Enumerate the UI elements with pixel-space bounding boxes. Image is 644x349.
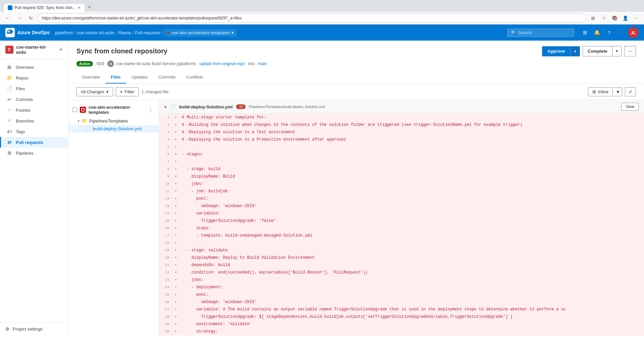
view-file-button[interactable]: View bbox=[621, 103, 639, 111]
target-branch[interactable]: main bbox=[258, 61, 267, 66]
line-code: condition: and(succeeded(), eq(variables… bbox=[179, 269, 644, 276]
diff-line: 31- runOnce: bbox=[159, 335, 644, 336]
approve-button[interactable]: Approve bbox=[542, 46, 571, 56]
files-icon: 📄 bbox=[6, 86, 12, 91]
tree-more-button[interactable]: ⋮ bbox=[147, 107, 155, 113]
complete-dropdown-button[interactable]: ▾ bbox=[612, 46, 622, 56]
search-box[interactable]: 🔍 bbox=[507, 29, 574, 37]
tab-commits[interactable]: Commits bbox=[153, 71, 181, 84]
tab-updates[interactable]: Updates bbox=[126, 71, 153, 84]
tree-file-build-deploy[interactable]: 📄 build-deploy-Solution.yml bbox=[68, 125, 159, 133]
files-toolbar-right: ⊞ Inline ▾ ⤢ bbox=[588, 87, 636, 96]
line-number: 27 bbox=[159, 306, 172, 313]
pipelines-icon: ⚙ bbox=[6, 150, 12, 156]
line-code: # Multi-stage starter template for: bbox=[179, 114, 644, 121]
breadcrumb-repos[interactable]: Repos bbox=[118, 30, 131, 35]
line-number: 28 bbox=[159, 313, 172, 320]
tree-select-all-checkbox[interactable] bbox=[72, 107, 77, 112]
favorites-button[interactable]: ☆ bbox=[599, 13, 608, 23]
line-sign: - bbox=[172, 276, 179, 284]
view-icon-btn[interactable]: ⊞ bbox=[580, 27, 590, 38]
line-code: - stage: validate bbox=[179, 247, 644, 254]
breadcrumb-org[interactable]: coe-starter-kit-azdo bbox=[77, 30, 115, 35]
repo-icon bbox=[80, 107, 86, 113]
sidebar-item-overview[interactable]: ⊞ Overview bbox=[0, 62, 68, 72]
diff-line: 10- jobs: bbox=[159, 180, 644, 188]
repo-dropdown[interactable]: ◆ coe-alm-accelerator-templates ▾ bbox=[164, 29, 236, 37]
inline-view-button[interactable]: ⊞ Inline bbox=[588, 87, 613, 96]
new-tab-button[interactable]: + bbox=[85, 2, 94, 12]
sidebar-item-files[interactable]: 📄 Files bbox=[0, 83, 68, 94]
line-sign: - bbox=[172, 247, 179, 254]
changed-file-count: 1 changed file bbox=[142, 89, 169, 94]
all-changes-dropdown[interactable]: All Changes ▾ bbox=[76, 87, 113, 96]
diff-panel: ▾ 📄 build-deploy-Solution.yml -92 /Pipel… bbox=[159, 100, 644, 336]
line-sign: - bbox=[172, 261, 179, 269]
filter-button[interactable]: ≡ Filter bbox=[116, 87, 139, 96]
search-input[interactable] bbox=[518, 30, 565, 35]
file-diff-area: coe-alm-accelerator-templates ⋮ ▾ 📁 Pipe… bbox=[68, 100, 644, 336]
avatar[interactable]: JL bbox=[628, 27, 639, 38]
line-code: - job: buildjob bbox=[179, 188, 644, 195]
settings-button[interactable]: ⋯ bbox=[631, 13, 641, 23]
extensions-button[interactable]: ⊞ bbox=[588, 13, 598, 23]
diff-line: 20- displayName: Deploy to Build Validat… bbox=[159, 254, 644, 261]
notifications-btn[interactable]: 🔔 bbox=[592, 27, 602, 38]
tab-overview[interactable]: Overview bbox=[76, 71, 105, 84]
forward-button[interactable]: → bbox=[15, 13, 24, 23]
expand-button[interactable]: ⤢ bbox=[625, 87, 636, 96]
sidebar-item-pipelines[interactable]: ⚙ Pipelines bbox=[0, 148, 68, 158]
diff-line: 15- TriggerSolutionUpgrade: 'false' bbox=[159, 217, 644, 225]
diff-file-name: build-deploy-Solution.yml bbox=[179, 104, 233, 109]
org-name: coe-starter-kit-azdo bbox=[16, 45, 56, 55]
profile-button[interactable]: 👤 bbox=[621, 13, 630, 23]
line-sign: - bbox=[172, 165, 179, 173]
more-actions-button[interactable]: ⋯ bbox=[624, 46, 636, 56]
line-code bbox=[179, 143, 644, 144]
diff-line: 1-# Multi-stage starter template for: bbox=[159, 114, 644, 121]
breadcrumb-pplatform[interactable]: pplatform bbox=[55, 30, 73, 35]
approve-dropdown-button[interactable]: ▾ bbox=[571, 46, 580, 56]
help-btn[interactable]: ? bbox=[604, 27, 614, 38]
sidebar-item-pushes[interactable]: ↑ Pushes bbox=[0, 105, 68, 115]
sidebar-item-commits[interactable]: ↩ Commits bbox=[0, 94, 68, 105]
back-button[interactable]: ← bbox=[3, 13, 13, 23]
reload-button[interactable]: ↻ bbox=[26, 13, 36, 23]
address-bar[interactable] bbox=[38, 13, 586, 23]
line-number: 2 bbox=[159, 121, 172, 129]
tab-favicon bbox=[8, 5, 12, 10]
tab-conflicts[interactable]: Conflicts bbox=[181, 71, 209, 84]
line-sign: - bbox=[172, 173, 179, 180]
folder-name: Pipelines/Templates bbox=[89, 118, 128, 123]
collapse-diff-button[interactable]: ▾ bbox=[164, 104, 167, 109]
sidebar-item-branches[interactable]: ⑂ Branches bbox=[0, 115, 68, 126]
inline-view-dropdown[interactable]: ▾ bbox=[614, 87, 622, 96]
sidebar-item-pull-requests[interactable]: ⇄ Pull requests bbox=[0, 137, 68, 148]
line-sign: - bbox=[172, 151, 179, 158]
sidebar-item-tags[interactable]: 🏷 Tags bbox=[0, 126, 68, 137]
close-tab-button[interactable]: ✕ bbox=[78, 6, 81, 10]
diff-line: 12- pool: bbox=[159, 195, 644, 202]
source-branch[interactable]: update-from-original-repo bbox=[199, 61, 245, 66]
filter-label: Filter bbox=[125, 89, 135, 94]
tab-files[interactable]: Files bbox=[105, 71, 126, 84]
diff-line: 19- - stage: validate bbox=[159, 247, 644, 254]
line-code: runOnce: bbox=[179, 335, 644, 336]
line-number: 8 bbox=[159, 165, 172, 173]
diff-line: 5- bbox=[159, 143, 644, 151]
app-logo[interactable]: Azure DevOps bbox=[5, 28, 50, 37]
sidebar-item-repos[interactable]: 📁 Repos bbox=[0, 72, 68, 83]
diff-line: 2-# -Building the solution when changes … bbox=[159, 121, 644, 129]
active-tab[interactable]: Pull request 929: Sync from clon... ✕ bbox=[3, 3, 85, 12]
tree-folder-pipelines-templates[interactable]: ▾ 📁 Pipelines/Templates bbox=[68, 117, 159, 125]
browser-controls: ← → ↻ ⊞ ☆ 📚 👤 ⋯ bbox=[0, 12, 644, 24]
diff-line: 26- vmImage: 'windows-2019' bbox=[159, 298, 644, 306]
commits-icon: ↩ bbox=[6, 97, 12, 102]
add-project-button[interactable]: + bbox=[59, 47, 63, 53]
project-settings-button[interactable]: ⚙ Project settings bbox=[0, 322, 68, 336]
breadcrumb-pull-requests[interactable]: Pull requests bbox=[135, 30, 160, 35]
account-btn[interactable]: 👤 bbox=[616, 27, 627, 38]
collections-button[interactable]: 📚 bbox=[610, 13, 619, 23]
diff-line: 11- - job: buildjob bbox=[159, 188, 644, 195]
complete-button[interactable]: Complete bbox=[583, 46, 612, 56]
